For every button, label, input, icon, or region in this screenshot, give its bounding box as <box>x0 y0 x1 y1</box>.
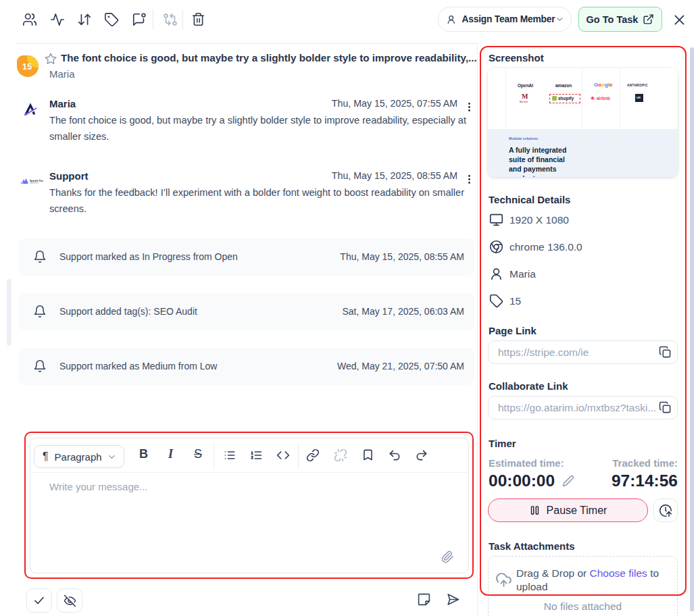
svg-text:Sparkle Tech: Sparkle Tech <box>30 180 43 182</box>
